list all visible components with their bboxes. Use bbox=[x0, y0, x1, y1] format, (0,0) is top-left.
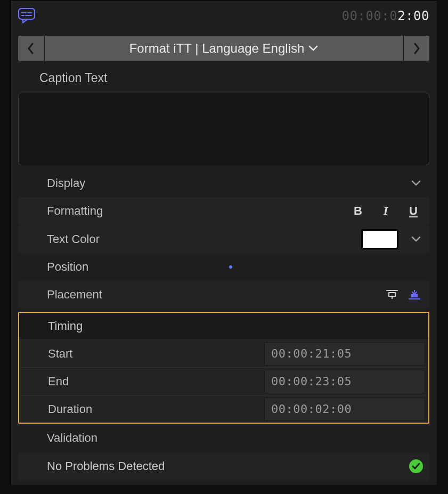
next-caption-button[interactable] bbox=[404, 36, 429, 61]
timing-start-row: Start 00:00:21:05 bbox=[19, 339, 428, 367]
prev-caption-button[interactable] bbox=[18, 36, 44, 61]
top-bar: 00:00:02:00 bbox=[11, 1, 437, 31]
svg-rect-6 bbox=[389, 293, 395, 296]
format-language-label: Format iTT | Language English bbox=[129, 41, 305, 56]
chevron-down-icon bbox=[411, 236, 421, 242]
chevron-down-icon bbox=[411, 180, 421, 187]
caption-text-label: Caption Text bbox=[11, 61, 437, 91]
text-color-swatch[interactable] bbox=[361, 229, 398, 249]
chevron-right-icon bbox=[413, 43, 420, 54]
timing-start-label: Start bbox=[19, 347, 264, 361]
timing-duration-input[interactable]: 00:00:02:00 bbox=[264, 398, 425, 421]
timing-duration-label: Duration bbox=[19, 402, 264, 416]
formatting-row: Formatting B I U bbox=[18, 197, 429, 225]
position-row: Position bbox=[18, 253, 429, 281]
format-language-nav: Format iTT | Language English bbox=[18, 36, 429, 61]
timing-header: Timing bbox=[19, 313, 428, 339]
bold-button[interactable]: B bbox=[351, 204, 365, 218]
timing-end-row: End 00:00:23:05 bbox=[19, 367, 428, 395]
caption-bubble-icon bbox=[18, 8, 36, 24]
display-row[interactable]: Display bbox=[18, 169, 429, 197]
timing-highlight-region: Timing Start 00:00:21:05 End 00:00:23:05… bbox=[18, 312, 429, 424]
text-color-row: Text Color bbox=[18, 225, 429, 253]
format-language-dropdown[interactable]: Format iTT | Language English bbox=[45, 36, 403, 61]
text-color-expand-chevron[interactable] bbox=[411, 236, 421, 242]
validation-status-row: No Problems Detected bbox=[18, 452, 429, 480]
timing-start-input[interactable]: 00:00:21:05 bbox=[264, 342, 425, 366]
header-timecode: 00:00:02:00 bbox=[342, 9, 429, 23]
timing-end-input[interactable]: 00:00:23:05 bbox=[264, 370, 425, 393]
chevron-left-icon bbox=[27, 43, 35, 54]
svg-rect-9 bbox=[411, 294, 418, 297]
placement-top-button[interactable] bbox=[386, 290, 398, 299]
display-expand-chevron[interactable] bbox=[411, 180, 421, 187]
timecode-bright: 2:00 bbox=[397, 9, 429, 23]
placement-row: Placement bbox=[18, 281, 429, 309]
underline-button[interactable]: U bbox=[406, 204, 421, 218]
timecode-dim: 00:00:0 bbox=[342, 9, 398, 23]
text-color-label: Text Color bbox=[47, 232, 361, 246]
display-label: Display bbox=[47, 176, 411, 190]
validation-ok-icon bbox=[409, 459, 423, 473]
validation-label: Validation bbox=[18, 424, 429, 452]
align-bottom-icon bbox=[408, 289, 421, 300]
formatting-label: Formatting bbox=[47, 204, 351, 218]
italic-button[interactable]: I bbox=[378, 204, 393, 218]
caption-text-input[interactable] bbox=[18, 93, 429, 165]
position-label: Position bbox=[47, 260, 421, 274]
chevron-down-icon bbox=[308, 45, 318, 52]
svg-rect-0 bbox=[19, 9, 35, 19]
align-top-icon bbox=[386, 289, 398, 300]
position-indicator-dot bbox=[229, 265, 232, 269]
validation-status-text: No Problems Detected bbox=[47, 459, 165, 473]
caption-inspector-panel: 00:00:02:00 Format iTT | Language Englis… bbox=[11, 0, 437, 485]
checkmark-icon bbox=[412, 463, 420, 470]
timing-end-label: End bbox=[19, 375, 264, 388]
placement-bottom-button[interactable] bbox=[408, 290, 421, 299]
timing-duration-row: Duration 00:00:02:00 bbox=[19, 395, 428, 423]
placement-label: Placement bbox=[47, 288, 386, 302]
